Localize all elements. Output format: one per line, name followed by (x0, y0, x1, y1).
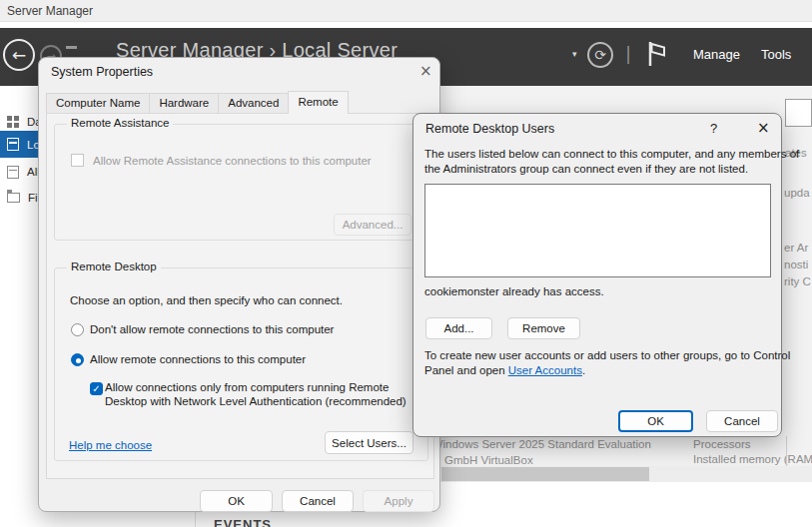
server-manager-icon (66, 46, 77, 49)
back-icon: ← (12, 45, 26, 65)
tab-computer-name[interactable]: Computer Name (46, 93, 150, 113)
apply-button[interactable]: Apply (363, 490, 434, 512)
partial-panel-button[interactable] (785, 99, 812, 127)
remote-assistance-group: Remote Assistance Allow Remote Assistanc… (54, 124, 428, 241)
background-text-fragment: upda (784, 187, 810, 199)
ok-button[interactable]: OK (200, 490, 273, 512)
installed-memory-label: Installed memory (RAM (693, 453, 812, 465)
tab-strip: Computer Name Hardware Advanced Remote (46, 91, 348, 114)
tab-advanced[interactable]: Advanced (218, 93, 289, 113)
menu-tools[interactable]: Tools (761, 47, 791, 62)
all-servers-icon (7, 166, 19, 179)
server-manager-window: Server Manager ← → Server Manager › Loca… (0, 0, 812, 527)
window-title: Server Manager (7, 4, 93, 18)
remote-desktop-group: Remote Desktop Choose an option, and the… (54, 267, 428, 461)
back-button[interactable]: ← (3, 39, 35, 71)
file-storage-icon (7, 193, 20, 203)
remote-desktop-intro: Choose an option, and then specify who c… (70, 294, 343, 306)
os-version-text: ft Windows Server 2025 Standard Evaluati… (422, 438, 651, 450)
help-me-choose-link[interactable]: Help me choose (69, 439, 152, 451)
footer-line2: Panel and open User Accounts. (424, 364, 585, 376)
ok-button[interactable]: OK (618, 410, 693, 432)
select-users-button[interactable]: Select Users... (325, 431, 413, 454)
footer-suffix: . (582, 364, 585, 376)
advanced-button[interactable]: Advanced... (334, 214, 411, 236)
cancel-button[interactable]: Cancel (282, 490, 354, 512)
nla-checkbox-label-line1: Allow connections only from computers ru… (105, 381, 389, 393)
footer-line2-prefix: Panel and open (424, 364, 508, 376)
menu-manage[interactable]: Manage (693, 47, 740, 62)
background-text-fragment: er Ar (784, 242, 808, 254)
add-button[interactable]: Add... (425, 317, 492, 339)
navbar-separator: | (625, 43, 631, 64)
group-label: Remote Assistance (67, 117, 173, 129)
flag-icon (647, 41, 667, 67)
nla-checkbox[interactable] (90, 382, 103, 395)
hardware-vendor-text: GmbH VirtualBox (444, 454, 533, 466)
dialog-title: System Properties (51, 65, 153, 79)
remove-button[interactable]: Remove (507, 317, 580, 339)
processors-label: Processors (693, 438, 751, 450)
remote-desktop-users-dialog: Remote Desktop Users ? × The users liste… (412, 113, 782, 437)
window-titlebar: Server Manager (0, 0, 812, 22)
remote-tab-page: Remote Assistance Allow Remote Assistanc… (46, 113, 434, 479)
users-listbox[interactable] (424, 184, 771, 277)
local-server-icon (7, 138, 19, 151)
close-icon[interactable]: × (419, 62, 432, 80)
tab-hardware[interactable]: Hardware (149, 93, 219, 113)
chevron-down-icon[interactable]: ▾ (572, 49, 577, 59)
dialog-title: Remote Desktop Users (425, 122, 554, 136)
notifications-flag-button[interactable] (647, 41, 667, 69)
user-accounts-link[interactable]: User Accounts (508, 364, 582, 376)
help-icon[interactable]: ? (710, 121, 717, 136)
nla-checkbox-label-line2: Desktop with Network Level Authenticatio… (105, 395, 406, 407)
close-icon[interactable]: × (757, 119, 770, 137)
description-line1: The users listed below can connect to th… (424, 148, 799, 160)
deny-remote-radio-label: Don't allow remote connections to this c… (90, 323, 334, 335)
horizontal-scrollbar-thumb[interactable] (441, 467, 649, 481)
background-text-fragment: nosti (784, 259, 808, 270)
refresh-button[interactable]: ⟳ (587, 42, 613, 68)
allow-remote-radio[interactable] (71, 353, 84, 366)
deny-remote-radio[interactable] (71, 323, 84, 336)
cancel-button[interactable]: Cancel (706, 410, 778, 432)
tab-remote[interactable]: Remote (288, 91, 348, 114)
remote-assistance-checkbox-label: Allow Remote Assistance connections to t… (93, 155, 372, 167)
access-status-text: cookiemonster already has access. (424, 285, 604, 297)
allow-remote-radio-label: Allow remote connections to this compute… (90, 353, 306, 365)
background-text-fragment: rity C (784, 275, 811, 287)
refresh-icon: ⟳ (594, 47, 606, 63)
system-properties-dialog: System Properties × Computer Name Hardwa… (38, 57, 440, 512)
events-section-heading: EVENTS (214, 517, 272, 527)
dashboard-icon (7, 116, 19, 128)
footer-line1: To create new user accounts or add users… (424, 349, 790, 361)
panel-scroll-divider (786, 436, 787, 466)
remote-assistance-checkbox[interactable] (71, 154, 84, 167)
group-label: Remote Desktop (67, 261, 161, 272)
description-line2: the Administrators group can connect eve… (424, 163, 748, 175)
